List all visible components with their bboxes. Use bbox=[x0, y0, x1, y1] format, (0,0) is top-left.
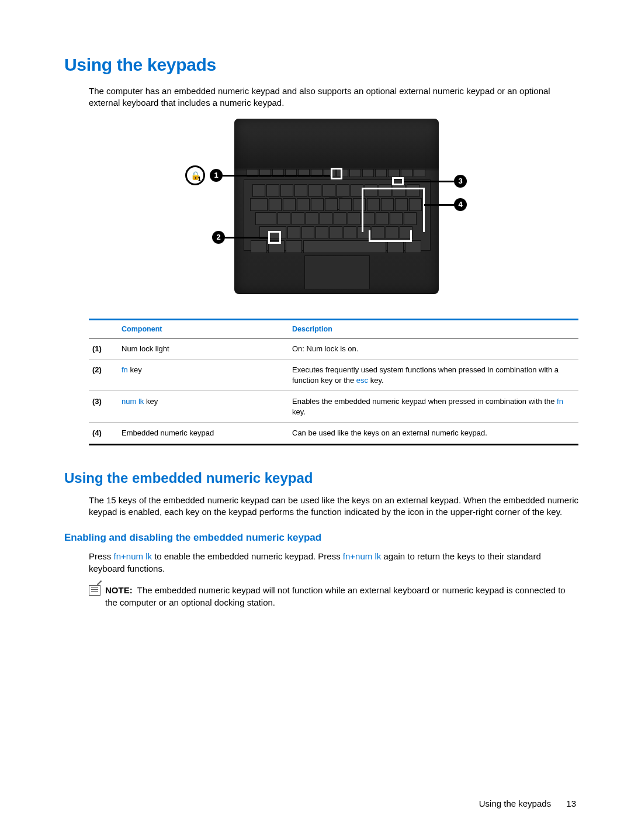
document-page: Using the keypads The computer has an em… bbox=[0, 0, 631, 840]
callout-1: 1 bbox=[210, 169, 223, 182]
header-description: Description bbox=[289, 319, 578, 338]
row-description: On: Num lock is on. bbox=[289, 338, 578, 359]
row-description: Enables the embedded numeric keypad when… bbox=[289, 391, 578, 423]
intro-block: The computer has an embedded numeric key… bbox=[89, 85, 578, 445]
header-blank bbox=[89, 319, 118, 338]
keypad-illustration: 🔒1 1 2 3 4 bbox=[89, 119, 578, 302]
table-row: (2)fn keyExecutes frequently used system… bbox=[89, 359, 578, 391]
row-component: Embedded numeric keypad bbox=[118, 423, 289, 445]
table-row: (3)num lk keyEnables the embedded numeri… bbox=[89, 391, 578, 423]
row-number: (4) bbox=[89, 423, 118, 445]
page-number: 13 bbox=[566, 798, 576, 808]
page-title: Using the keypads bbox=[64, 55, 578, 75]
footer-title: Using the keypads bbox=[479, 798, 551, 808]
callout-2: 2 bbox=[212, 231, 225, 244]
table-row: (1)Num lock lightOn: Num lock is on. bbox=[89, 338, 578, 359]
note-icon bbox=[89, 585, 100, 596]
row-component: num lk key bbox=[118, 391, 289, 423]
page-footer: Using the keypads 13 bbox=[479, 798, 576, 808]
lock-icon: 🔒1 bbox=[185, 165, 205, 185]
enable-paragraph: Press fn+num lk to enable the embedded n… bbox=[89, 551, 578, 575]
callout-4: 4 bbox=[454, 198, 467, 211]
subsection-title: Using the embedded numeric keypad bbox=[64, 470, 578, 486]
row-number: (2) bbox=[89, 359, 118, 391]
row-component: fn key bbox=[118, 359, 289, 391]
table-row: (4)Embedded numeric keypadCan be used li… bbox=[89, 423, 578, 445]
row-description: Can be used like the keys on an external… bbox=[289, 423, 578, 445]
note-text: NOTE: The embedded numeric keypad will n… bbox=[105, 584, 578, 609]
laptop-figure: 🔒1 1 2 3 4 bbox=[188, 119, 480, 300]
row-description: Executes frequently used system function… bbox=[289, 359, 578, 391]
header-component: Component bbox=[118, 319, 289, 338]
intro-paragraph: The computer has an embedded numeric key… bbox=[89, 85, 578, 109]
row-number: (3) bbox=[89, 391, 118, 423]
embedded-keypad-paragraph: The 15 keys of the embedded numeric keyp… bbox=[89, 495, 578, 518]
callout-3: 3 bbox=[454, 175, 467, 188]
row-number: (1) bbox=[89, 338, 118, 359]
note-block: NOTE: The embedded numeric keypad will n… bbox=[89, 584, 578, 609]
component-table: Component Description (1)Num lock lightO… bbox=[89, 319, 578, 445]
row-component: Num lock light bbox=[118, 338, 289, 359]
subsubsection-title: Enabling and disabling the embedded nume… bbox=[64, 532, 578, 544]
